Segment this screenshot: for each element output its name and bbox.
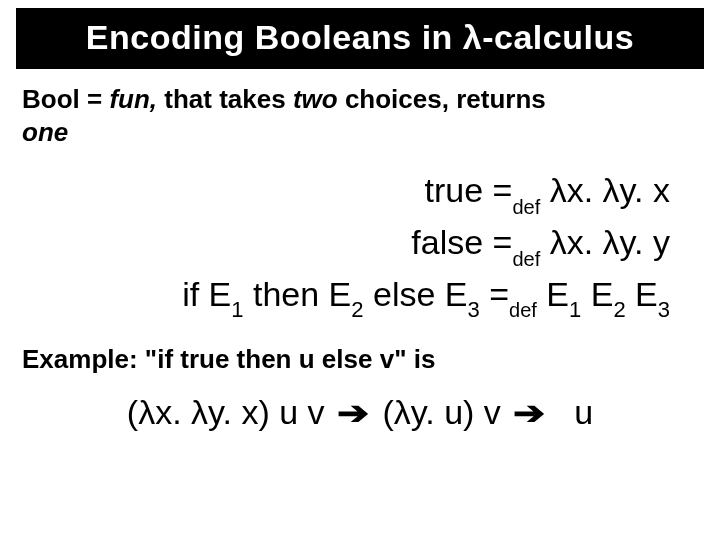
subscript-3: 3 (658, 297, 670, 322)
text: true = (425, 171, 513, 209)
text: else (315, 344, 380, 374)
subscript-2: 2 (613, 297, 625, 322)
arrow-icon: ➔ (514, 394, 546, 432)
text: false = (411, 223, 512, 261)
slide-title: Encoding Booleans in λ-calculus (16, 8, 704, 69)
def-if: if E1 then E2 else E3 =def E1 E2 E3 (22, 270, 670, 323)
text: then (229, 344, 298, 374)
text: that takes (157, 84, 293, 114)
text: E (581, 275, 613, 313)
subscript-1: 1 (569, 297, 581, 322)
subscript-def: def (512, 196, 540, 218)
reduction-line: (λx. λy. x) u v ➔ (λy. u) v ➔ u (22, 393, 698, 432)
subscript-3: 3 (468, 297, 480, 322)
text: = (480, 275, 509, 313)
intro-paragraph: Bool = fun, that takes two choices, retu… (22, 83, 698, 148)
text: if E (182, 275, 231, 313)
text: E (537, 275, 569, 313)
text: choices, returns (338, 84, 546, 114)
text: Example: "if (22, 344, 180, 374)
subscript-def: def (512, 248, 540, 270)
subscript-1: 1 (231, 297, 243, 322)
text: " is (394, 344, 435, 374)
text: true (180, 344, 229, 374)
text: else E (364, 275, 468, 313)
subscript-2: 2 (351, 297, 363, 322)
slide-content: Bool = fun, that takes two choices, retu… (0, 83, 720, 432)
text: E (626, 275, 658, 313)
text: v (380, 344, 394, 374)
text: λx. λy. x (540, 171, 670, 209)
fun-word: fun, (109, 84, 157, 114)
two-word: two (293, 84, 338, 114)
subscript-def: def (509, 299, 537, 321)
text: u (299, 344, 315, 374)
def-false: false =def λx. λy. y (22, 218, 670, 270)
title-text: Encoding Booleans in λ-calculus (86, 18, 634, 56)
example-label: Example: "if true then u else v" is (22, 344, 698, 375)
def-true: true =def λx. λy. x (22, 166, 670, 218)
reduction-step-1: (λx. λy. x) u v (127, 393, 325, 431)
definitions-block: true =def λx. λy. x false =def λx. λy. y… (22, 166, 698, 322)
text: then E (244, 275, 352, 313)
reduction-step-2: (λy. u) v (382, 393, 500, 431)
arrow-icon: ➔ (337, 394, 369, 432)
one-word: one (22, 117, 68, 147)
text: λx. λy. y (540, 223, 670, 261)
text: Bool = (22, 84, 109, 114)
reduction-step-3: u (574, 393, 593, 431)
